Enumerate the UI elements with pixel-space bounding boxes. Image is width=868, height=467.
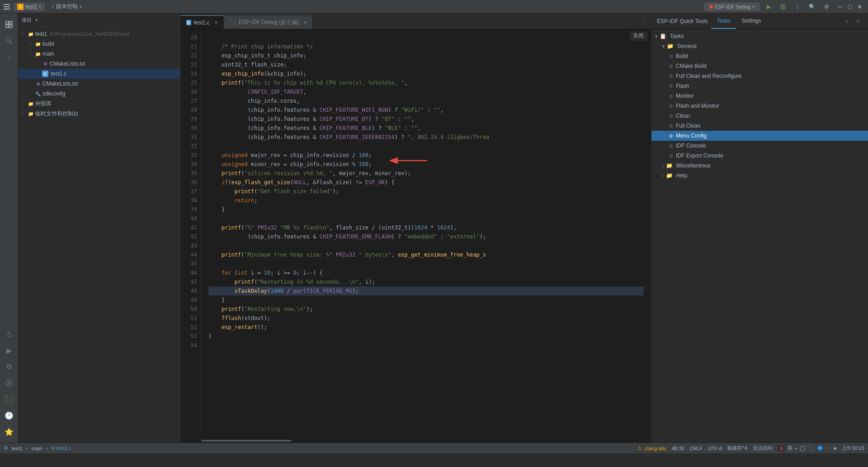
status-encoding[interactable]: UTF-8: [708, 446, 722, 451]
close-editor-button[interactable]: 关闭: [629, 31, 647, 41]
general-group-header[interactable]: ▾ 📁 General: [651, 41, 868, 51]
project-label[interactable]: t test1 ▾: [14, 3, 45, 11]
task-idf-console[interactable]: ⚙ IDF Console: [651, 141, 868, 151]
code-line-47: printf("Restarting in %d seconds...\n", …: [208, 277, 644, 286]
activity-settings-icon[interactable]: ⚙: [2, 359, 16, 374]
scrollbar-thumb[interactable]: [201, 440, 292, 442]
panel-collapse-icon[interactable]: «: [843, 17, 852, 26]
code-line-30: (chip_info.features & CHIP_FEATURE_BLE) …: [208, 124, 644, 133]
debug-button[interactable]: [778, 1, 788, 12]
esp-debug-label: ESP-IDF Debug: [715, 4, 750, 10]
project-name: test1: [25, 4, 37, 10]
tab-label-debug: ESP-IDF Debug (反汇编): [239, 19, 299, 26]
activity-plugin-icon[interactable]: [2, 376, 16, 390]
help-group-header[interactable]: › 📁 Help: [651, 171, 868, 181]
status-system-tray: S 英 • ◯ ⬛ 🔷 ⋯ ♥: [778, 445, 837, 452]
tree-arrow-build: ›: [27, 41, 33, 47]
task-idf-console-label: IDF Console: [676, 143, 706, 149]
status-branch[interactable]: test1: [12, 446, 23, 451]
code-line-28: (chip_info.features & CHIP_FEATURE_WIFI_…: [208, 105, 644, 114]
svg-rect-5: [9, 25, 12, 28]
esp-debug-button[interactable]: ESP-IDF Debug ▾: [704, 3, 760, 11]
activity-bookmark-icon[interactable]: ⭐: [2, 424, 16, 439]
activity-warning-icon[interactable]: ⚠: [2, 327, 16, 341]
code-line-37: printf("Get flash size failed");: [208, 187, 644, 196]
misc-group-header[interactable]: › 📁 Miscellaneous: [651, 161, 868, 171]
status-separator2: ›: [46, 446, 47, 451]
maximize-button[interactable]: □: [845, 2, 854, 11]
status-crlf[interactable]: CRLF: [689, 446, 703, 451]
tree-item-sdkconfig[interactable]: › 🔧 sdkconfig: [18, 89, 180, 99]
task-full-clean[interactable]: ⚙ Full Clean: [651, 121, 868, 131]
warning-icon: ⚠: [637, 445, 642, 451]
code-line-52: esp_restart();: [208, 323, 644, 332]
run-button[interactable]: ▶: [763, 1, 774, 12]
tree-item-temp-files[interactable]: › 📁 临时文件和控制台: [18, 109, 180, 119]
misc-group-label: Miscellaneous: [676, 162, 711, 169]
task-cmake-build[interactable]: ⚙ CMake Build: [651, 61, 868, 71]
activity-run-icon[interactable]: ▶: [2, 343, 16, 357]
task-flash-icon: ⚙: [668, 83, 674, 89]
title-bar-right: ESP-IDF Debug ▾ ▶ ⋮ 🔍 ⚙ ─ □ ✕: [704, 1, 864, 12]
code-editor[interactable]: /* Print chip information */ esp_chip_in…: [201, 29, 651, 439]
sidebar-header-chevron: ▾: [35, 18, 38, 23]
tree-item-cmake-root[interactable]: › ⚙ CMakeLists.txt: [18, 79, 180, 89]
minimize-button[interactable]: ─: [835, 2, 844, 11]
editor-horizontal-scrollbar[interactable]: [181, 439, 651, 443]
tree-item-project-root[interactable]: › 📁 test1 D:\Programme\CLion_Test\ESP32\…: [18, 29, 180, 39]
activity-search-icon[interactable]: [2, 33, 16, 48]
code-line-40: [208, 214, 644, 223]
task-full-clean-reconfigure[interactable]: ⚙ Full Clean and Reconfigure: [651, 71, 868, 81]
tree-label-sdkconfig: sdkconfig: [42, 91, 66, 97]
activity-explorer-icon[interactable]: [2, 17, 16, 32]
activity-clock-icon[interactable]: 🕐: [2, 408, 16, 423]
more-actions-button[interactable]: ⋮: [792, 1, 803, 12]
task-menu-config[interactable]: ⚙ Menu Config: [651, 131, 868, 141]
editor-area: C test1.c ✕ ⬛ ESP-IDF Debug (反汇编) ✕ ⋮ 20…: [181, 14, 651, 443]
task-monitor[interactable]: ⚙ Monitor: [651, 91, 868, 101]
task-monitor-icon: ⚙: [668, 93, 674, 99]
tasks-folder-icon: 📋: [660, 33, 666, 39]
task-build[interactable]: ⚙ Build: [651, 51, 868, 61]
tree-item-test1c[interactable]: › C test1.c: [18, 69, 180, 79]
misc-group-arrow: ›: [662, 163, 664, 168]
task-flash[interactable]: ⚙ Flash: [651, 81, 868, 91]
tasks-root-header[interactable]: ▾ 📋 Tasks: [651, 31, 868, 41]
tab-debug[interactable]: ⬛ ESP-IDF Debug (反汇编) ✕: [224, 15, 313, 29]
status-format[interactable]: 制表符*4: [727, 445, 747, 452]
status-line-col[interactable]: 48:35: [672, 446, 684, 451]
status-warning[interactable]: ⚠ .clang-tidy: [637, 445, 666, 451]
version-control-btn[interactable]: ⑂ 版本控制 ▾: [47, 2, 85, 11]
search-button[interactable]: 🔍: [807, 1, 817, 12]
task-idf-export-console[interactable]: ⚙ IDF Export Console: [651, 151, 868, 161]
tree-item-cmake-main[interactable]: › ⚙ CMakeLists.txt: [18, 59, 180, 69]
panel-tab-settings[interactable]: Settings: [736, 13, 766, 29]
tree-item-build[interactable]: › 📁 build: [18, 39, 180, 49]
code-line-34: unsigned minor_rev = chip_info.revision …: [208, 160, 644, 169]
version-control-chevron: ▾: [80, 4, 82, 9]
tab-test1c[interactable]: C test1.c ✕: [181, 15, 224, 29]
hamburger-menu-icon[interactable]: [4, 3, 11, 10]
code-line-27: chip_info.cores,: [208, 96, 644, 105]
code-line-41: printf("%" PRIu32 "MB %s flash\n", flash…: [208, 223, 644, 232]
task-clean[interactable]: ⚙ Clean: [651, 111, 868, 121]
tree-arrow-main: ›: [27, 51, 33, 57]
status-right: ⚠ .clang-tidy 48:35 CRLF UTF-8 制表符*4 无法访…: [637, 445, 864, 452]
help-group-arrow: ›: [662, 173, 664, 178]
panel-close-icon[interactable]: ✕: [854, 17, 863, 26]
panel-tab-tasks[interactable]: Tasks: [711, 13, 736, 29]
tab-more-button[interactable]: ⋮: [638, 15, 651, 29]
sougou-icon[interactable]: S: [778, 445, 785, 452]
close-button[interactable]: ✕: [855, 2, 864, 11]
tree-item-main[interactable]: › 📁 main: [18, 49, 180, 59]
code-line-51: fflush(stdout);: [208, 314, 644, 323]
tab-close-test1c[interactable]: ✕: [214, 20, 218, 25]
task-flash-monitor[interactable]: ⚙ Flash and Monitor: [651, 101, 868, 111]
settings-button[interactable]: ⚙: [821, 1, 832, 12]
folder-icon-external: 📁: [28, 100, 34, 107]
tab-close-debug[interactable]: ✕: [303, 20, 307, 25]
activity-git-icon[interactable]: ⑂: [2, 50, 16, 64]
general-group-icon: 📁: [667, 43, 674, 49]
activity-terminal-icon[interactable]: ⬛: [2, 392, 16, 406]
tree-item-external-libs[interactable]: › 📁 外部库: [18, 99, 180, 109]
